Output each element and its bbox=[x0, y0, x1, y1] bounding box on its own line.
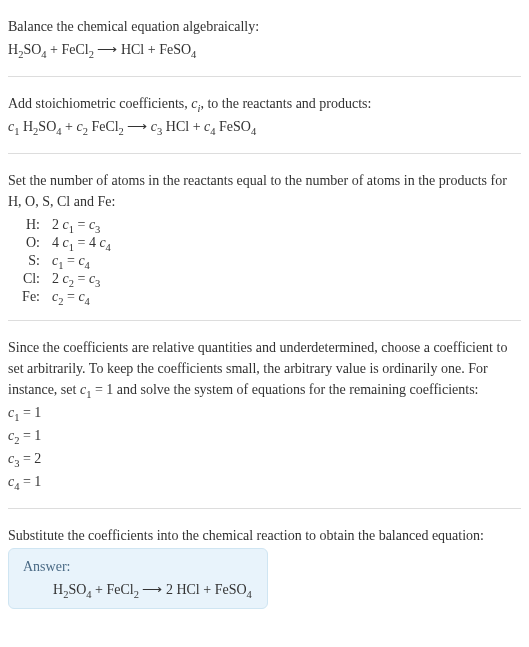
atom-equation: 2 c1 = c3 bbox=[46, 216, 117, 234]
eq-part: SO bbox=[38, 119, 56, 134]
choose-intro: Since the coefficients are relative quan… bbox=[8, 337, 521, 400]
eq-part: SO bbox=[68, 582, 86, 597]
stoich-text: Add stoichiometric coefficients, ci, to … bbox=[8, 93, 521, 114]
eq-part: + bbox=[62, 119, 77, 134]
coef-solution-line: c3 = 2 bbox=[8, 448, 521, 469]
atoms-section: Set the number of atoms in the reactants… bbox=[8, 162, 521, 312]
coef-solution-line: c1 = 1 bbox=[8, 402, 521, 423]
eq-part: ⟶ HCl + FeSO bbox=[94, 42, 191, 57]
answer-equation: H2SO4 + FeCl2 ⟶ 2 HCl + FeSO4 bbox=[23, 581, 253, 598]
intro-text: Balance the chemical equation algebraica… bbox=[8, 16, 521, 37]
final-intro: Substitute the coefficients into the che… bbox=[8, 525, 521, 546]
eq-part: H bbox=[53, 582, 63, 597]
atom-equation: c2 = c4 bbox=[46, 288, 117, 306]
atom-equation: c1 = c4 bbox=[46, 252, 117, 270]
coef-solution-line: c2 = 1 bbox=[8, 425, 521, 446]
stoich-equation: c1 H2SO4 + c2 FeCl2 ⟶ c3 HCl + c4 FeSO4 bbox=[8, 116, 521, 137]
table-row: O:4 c1 = 4 c4 bbox=[8, 234, 117, 252]
eq-sub: 4 bbox=[247, 589, 252, 600]
atom-label: O: bbox=[8, 234, 46, 252]
divider bbox=[8, 153, 521, 154]
answer-box: Answer: H2SO4 + FeCl2 ⟶ 2 HCl + FeSO4 bbox=[8, 548, 268, 609]
atoms-table: H:2 c1 = c3O:4 c1 = 4 c4S:c1 = c4Cl:2 c2… bbox=[8, 216, 117, 306]
eq-part: FeSO bbox=[216, 119, 251, 134]
eq-part: ⟶ 2 HCl + FeSO bbox=[139, 582, 247, 597]
table-row: Cl:2 c2 = c3 bbox=[8, 270, 117, 288]
eq-sub: 4 bbox=[251, 126, 256, 137]
intro-section: Balance the chemical equation algebraica… bbox=[8, 8, 521, 68]
divider bbox=[8, 320, 521, 321]
atom-equation: 2 c2 = c3 bbox=[46, 270, 117, 288]
eq-part: + FeCl bbox=[47, 42, 89, 57]
eq-part: FeCl bbox=[88, 119, 119, 134]
divider bbox=[8, 76, 521, 77]
atom-label: S: bbox=[8, 252, 46, 270]
eq-part: HCl + bbox=[162, 119, 204, 134]
table-row: S:c1 = c4 bbox=[8, 252, 117, 270]
eq-sub: 4 bbox=[191, 49, 196, 60]
text-part: , to the reactants and products: bbox=[200, 96, 371, 111]
eq-part: + FeCl bbox=[92, 582, 134, 597]
eq-part: H bbox=[8, 42, 18, 57]
atom-label: Fe: bbox=[8, 288, 46, 306]
final-section: Substitute the coefficients into the che… bbox=[8, 517, 521, 615]
choose-section: Since the coefficients are relative quan… bbox=[8, 329, 521, 500]
answer-label: Answer: bbox=[23, 559, 253, 575]
eq-part: SO bbox=[23, 42, 41, 57]
atom-equation: 4 c1 = 4 c4 bbox=[46, 234, 117, 252]
divider bbox=[8, 508, 521, 509]
atom-label: Cl: bbox=[8, 270, 46, 288]
table-row: H:2 c1 = c3 bbox=[8, 216, 117, 234]
eq-part: H bbox=[19, 119, 33, 134]
atom-label: H: bbox=[8, 216, 46, 234]
eq-part: ⟶ bbox=[124, 119, 151, 134]
text-part: = 1 and solve the system of equations fo… bbox=[91, 382, 478, 397]
atoms-intro: Set the number of atoms in the reactants… bbox=[8, 170, 521, 212]
coef-solution-line: c4 = 1 bbox=[8, 471, 521, 492]
stoich-section: Add stoichiometric coefficients, ci, to … bbox=[8, 85, 521, 145]
table-row: Fe:c2 = c4 bbox=[8, 288, 117, 306]
text-part: Add stoichiometric coefficients, bbox=[8, 96, 191, 111]
intro-equation: H2SO4 + FeCl2 ⟶ HCl + FeSO4 bbox=[8, 39, 521, 60]
